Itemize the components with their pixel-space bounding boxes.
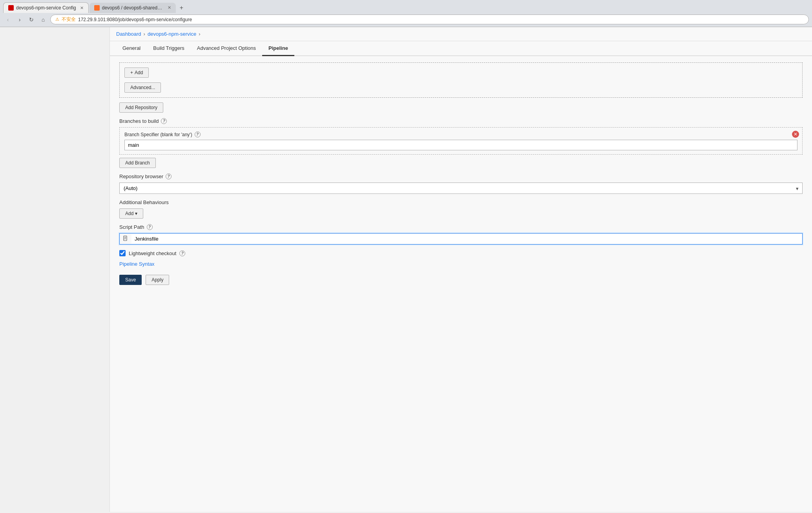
browser-chrome: devops6-npm-service Config ✕ devops6 / d…: [0, 0, 812, 27]
lightweight-checkout-row: Lightweight checkout ?: [119, 250, 803, 256]
breadcrumb: Dashboard › devops6-npm-service ›: [110, 27, 812, 41]
breadcrumb-sep-1: ›: [144, 31, 145, 37]
branches-help-icon[interactable]: ?: [161, 118, 167, 124]
tab-gitlab[interactable]: devops6 / devops6-shared-lib ✕: [89, 3, 176, 13]
lightweight-checkout-checkbox[interactable]: [119, 250, 126, 256]
sidebar: [0, 27, 110, 512]
page-layout: Dashboard › devops6-npm-service › Genera…: [0, 27, 812, 512]
breadcrumb-job[interactable]: devops6-npm-service: [148, 31, 196, 37]
breadcrumb-sep-2: ›: [199, 31, 200, 37]
add-dropdown-label: Add: [125, 211, 133, 216]
add-behaviour-button[interactable]: Add ▾: [119, 208, 143, 219]
save-button[interactable]: Save: [119, 275, 142, 285]
branch-specifier-label: Branch Specifier (blank for 'any') ?: [124, 131, 797, 137]
branches-to-build-group: Branches to build ? Branch Specifier (bl…: [119, 118, 803, 168]
forward-button[interactable]: ›: [15, 15, 24, 24]
branch-specifier-section: Branch Specifier (blank for 'any') ? ✕: [119, 127, 803, 155]
add-branch-button[interactable]: Add Branch: [119, 158, 156, 168]
tab-close-jenkins[interactable]: ✕: [80, 5, 84, 11]
tab-advanced-project-options[interactable]: Advanced Project Options: [191, 41, 262, 56]
add-button[interactable]: + + Add Add: [124, 68, 149, 78]
branch-remove-button[interactable]: ✕: [792, 131, 799, 138]
home-button[interactable]: ⌂: [38, 15, 48, 24]
repository-browser-group: Repository browser ? (Auto) ▾: [119, 173, 803, 194]
config-tabs: General Build Triggers Advanced Project …: [110, 41, 812, 56]
add-plus-icon: +: [130, 70, 133, 75]
additional-behaviours-group: Additional Behaviours Add ▾: [119, 199, 803, 219]
script-path-group: Script Path ?: [119, 224, 803, 245]
add-dropdown-arrow: ▾: [135, 211, 137, 216]
breadcrumb-dashboard[interactable]: Dashboard: [116, 31, 141, 37]
pipeline-syntax-link[interactable]: Pipeline Syntax: [119, 261, 155, 267]
tab-label-gitlab: devops6 / devops6-shared-lib: [102, 5, 164, 11]
form-area: + + Add Add Advanced... Add Repository B…: [110, 56, 812, 299]
script-path-label: Script Path ?: [119, 224, 803, 230]
tab-favicon-gitlab: [94, 5, 100, 11]
additional-behaviours-label: Additional Behaviours: [119, 199, 803, 205]
tab-favicon-jenkins: [8, 5, 14, 11]
lightweight-checkout-label: Lightweight checkout: [129, 250, 176, 256]
lightweight-checkout-help-icon[interactable]: ?: [179, 250, 185, 256]
branches-to-build-label: Branches to build ?: [119, 118, 803, 124]
script-path-file-icon: [120, 234, 131, 244]
url-warning-text: 不安全: [62, 16, 76, 23]
script-path-help-icon[interactable]: ?: [147, 224, 153, 230]
tab-build-triggers[interactable]: Build Triggers: [147, 41, 190, 56]
repository-browser-help-icon[interactable]: ?: [166, 173, 172, 179]
branch-specifier-help-icon[interactable]: ?: [195, 131, 201, 137]
apply-button[interactable]: Apply: [146, 275, 169, 285]
top-dashed-section: + + Add Add Advanced...: [119, 62, 803, 98]
repository-browser-select[interactable]: (Auto): [119, 183, 803, 194]
pipeline-syntax-group: Pipeline Syntax: [119, 261, 803, 267]
tab-close-gitlab[interactable]: ✕: [168, 5, 171, 10]
address-bar: ‹ › ↻ ⌂ ⚠ 不安全 172.29.9.101:8080/job/devo…: [0, 13, 812, 27]
advanced-button[interactable]: Advanced...: [124, 82, 161, 93]
url-security-warning: ⚠: [55, 17, 59, 22]
script-path-container: [119, 233, 803, 245]
tab-bar: devops6-npm-service Config ✕ devops6 / d…: [0, 0, 812, 13]
url-bar[interactable]: ⚠ 不安全 172.29.9.101:8080/job/devops6-npm-…: [50, 15, 809, 24]
tab-label-jenkins: devops6-npm-service Config: [16, 5, 76, 11]
new-tab-button[interactable]: +: [177, 3, 186, 13]
back-button[interactable]: ‹: [3, 15, 13, 24]
url-text: 172.29.9.101:8080/job/devops6-npm-servic…: [78, 17, 192, 22]
tab-jenkins[interactable]: devops6-npm-service Config ✕: [3, 2, 89, 13]
add-repository-button[interactable]: Add Repository: [119, 102, 163, 113]
action-buttons: Save Apply: [119, 275, 803, 293]
repository-browser-select-wrapper: (Auto) ▾: [119, 183, 803, 194]
refresh-button[interactable]: ↻: [27, 15, 36, 24]
repository-browser-label: Repository browser ?: [119, 173, 803, 179]
add-repository-group: Add Repository: [119, 102, 803, 113]
tab-general[interactable]: General: [116, 41, 147, 56]
script-path-input[interactable]: [131, 234, 802, 244]
tab-pipeline[interactable]: Pipeline: [262, 41, 294, 56]
branch-specifier-input[interactable]: [124, 140, 797, 150]
main-content: Dashboard › devops6-npm-service › Genera…: [110, 27, 812, 512]
